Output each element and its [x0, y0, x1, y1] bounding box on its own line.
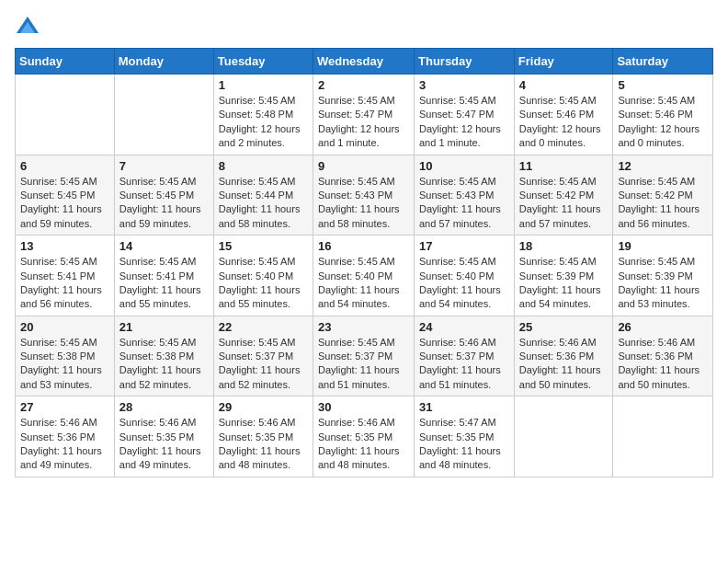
cell-content: Sunrise: 5:46 AM: [119, 416, 209, 430]
logo-icon: [15, 15, 40, 40]
cell-content: Sunrise: 5:45 AM: [219, 94, 308, 108]
calendar-cell: 14Sunrise: 5:45 AMSunset: 5:41 PMDayligh…: [114, 236, 213, 316]
day-header-wednesday: Wednesday: [313, 49, 414, 75]
cell-content: Sunrise: 5:45 AM: [318, 255, 409, 269]
cell-content: Daylight: 11 hours and 48 minutes.: [419, 444, 509, 473]
cell-content: Daylight: 11 hours and 59 minutes.: [20, 202, 109, 231]
calendar-cell: 29Sunrise: 5:46 AMSunset: 5:35 PMDayligh…: [213, 396, 313, 477]
calendar-cell: 21Sunrise: 5:45 AMSunset: 5:38 PMDayligh…: [114, 316, 213, 396]
cell-content: Sunrise: 5:45 AM: [20, 175, 109, 189]
calendar-cell: 6Sunrise: 5:45 AMSunset: 5:45 PMDaylight…: [16, 155, 115, 236]
cell-content: Sunrise: 5:46 AM: [219, 416, 308, 430]
cell-content: Sunset: 5:38 PM: [20, 350, 109, 363]
cell-content: Sunset: 5:36 PM: [20, 431, 109, 444]
cell-content: Sunrise: 5:46 AM: [618, 336, 708, 350]
day-number: 2: [318, 78, 409, 92]
calendar-table: SundayMondayTuesdayWednesdayThursdayFrid…: [15, 48, 713, 477]
cell-content: Daylight: 11 hours and 49 minutes.: [119, 444, 209, 473]
day-number: 8: [219, 159, 308, 173]
cell-content: Sunrise: 5:46 AM: [318, 416, 409, 430]
calendar-cell: [16, 75, 115, 155]
cell-content: Daylight: 12 hours and 0 minutes.: [618, 122, 708, 151]
cell-content: Sunrise: 5:46 AM: [20, 416, 109, 430]
cell-content: Sunrise: 5:46 AM: [419, 336, 509, 350]
day-number: 19: [618, 239, 708, 253]
cell-content: Sunrise: 5:45 AM: [519, 175, 609, 189]
cell-content: Sunset: 5:35 PM: [318, 431, 409, 444]
cell-content: Sunset: 5:48 PM: [219, 108, 308, 121]
cell-content: Daylight: 11 hours and 54 minutes.: [419, 283, 509, 312]
calendar-cell: 7Sunrise: 5:45 AMSunset: 5:45 PMDaylight…: [114, 155, 213, 236]
day-number: 10: [419, 159, 509, 173]
cell-content: Sunset: 5:43 PM: [318, 189, 409, 202]
cell-content: Sunrise: 5:45 AM: [119, 336, 209, 350]
cell-content: Sunset: 5:41 PM: [119, 270, 209, 283]
calendar-cell: 28Sunrise: 5:46 AMSunset: 5:35 PMDayligh…: [114, 396, 213, 477]
calendar-cell: 15Sunrise: 5:45 AMSunset: 5:40 PMDayligh…: [213, 236, 313, 316]
calendar-cell: 17Sunrise: 5:45 AMSunset: 5:40 PMDayligh…: [415, 236, 515, 316]
day-header-sunday: Sunday: [16, 49, 115, 75]
cell-content: Daylight: 11 hours and 57 minutes.: [419, 202, 509, 231]
cell-content: Sunset: 5:44 PM: [219, 189, 308, 202]
day-number: 11: [519, 159, 609, 173]
cell-content: Sunrise: 5:45 AM: [419, 94, 509, 108]
cell-content: Daylight: 11 hours and 51 minutes.: [318, 363, 409, 392]
cell-content: Sunrise: 5:45 AM: [219, 336, 308, 350]
cell-content: Daylight: 11 hours and 55 minutes.: [219, 283, 308, 312]
calendar-cell: 12Sunrise: 5:45 AMSunset: 5:42 PMDayligh…: [613, 155, 713, 236]
cell-content: Sunset: 5:40 PM: [318, 270, 409, 283]
day-number: 27: [20, 400, 109, 414]
cell-content: Sunrise: 5:45 AM: [519, 94, 609, 108]
cell-content: Sunrise: 5:45 AM: [618, 255, 708, 269]
cell-content: Daylight: 12 hours and 2 minutes.: [219, 122, 308, 151]
cell-content: Sunset: 5:35 PM: [219, 431, 308, 444]
day-number: 13: [20, 239, 109, 253]
cell-content: Sunrise: 5:45 AM: [318, 94, 409, 108]
calendar-cell: 26Sunrise: 5:46 AMSunset: 5:36 PMDayligh…: [613, 316, 713, 396]
calendar-cell: 8Sunrise: 5:45 AMSunset: 5:44 PMDaylight…: [213, 155, 313, 236]
cell-content: Daylight: 12 hours and 1 minute.: [318, 122, 409, 151]
day-header-saturday: Saturday: [613, 49, 713, 75]
day-number: 24: [419, 320, 509, 334]
day-number: 15: [219, 239, 308, 253]
day-number: 12: [618, 159, 708, 173]
cell-content: Sunrise: 5:45 AM: [618, 175, 708, 189]
cell-content: Sunset: 5:45 PM: [20, 189, 109, 202]
calendar-cell: 31Sunrise: 5:47 AMSunset: 5:35 PMDayligh…: [415, 396, 515, 477]
day-number: 30: [318, 400, 409, 414]
day-number: 25: [519, 320, 609, 334]
day-number: 26: [618, 320, 708, 334]
day-number: 1: [219, 78, 308, 92]
day-number: 18: [519, 239, 609, 253]
logo: [15, 15, 44, 40]
day-number: 20: [20, 320, 109, 334]
cell-content: Sunset: 5:36 PM: [519, 350, 609, 363]
calendar-cell: 1Sunrise: 5:45 AMSunset: 5:48 PMDaylight…: [213, 75, 313, 155]
cell-content: Sunset: 5:38 PM: [119, 350, 209, 363]
cell-content: Sunrise: 5:45 AM: [618, 94, 708, 108]
cell-content: Daylight: 11 hours and 57 minutes.: [519, 202, 609, 231]
calendar-cell: 9Sunrise: 5:45 AMSunset: 5:43 PMDaylight…: [313, 155, 414, 236]
cell-content: Daylight: 11 hours and 54 minutes.: [519, 283, 609, 312]
cell-content: Sunset: 5:46 PM: [618, 108, 708, 121]
cell-content: Daylight: 11 hours and 50 minutes.: [618, 363, 708, 392]
cell-content: Sunrise: 5:45 AM: [20, 255, 109, 269]
cell-content: Sunrise: 5:45 AM: [519, 255, 609, 269]
cell-content: Sunset: 5:47 PM: [419, 108, 509, 121]
cell-content: Daylight: 11 hours and 51 minutes.: [419, 363, 509, 392]
cell-content: Sunset: 5:41 PM: [20, 270, 109, 283]
cell-content: Daylight: 11 hours and 52 minutes.: [119, 363, 209, 392]
cell-content: Sunset: 5:40 PM: [219, 270, 308, 283]
calendar-cell: 23Sunrise: 5:45 AMSunset: 5:37 PMDayligh…: [313, 316, 414, 396]
cell-content: Daylight: 11 hours and 53 minutes.: [20, 363, 109, 392]
day-number: 3: [419, 78, 509, 92]
cell-content: Sunrise: 5:45 AM: [119, 255, 209, 269]
cell-content: Sunset: 5:37 PM: [419, 350, 509, 363]
cell-content: Sunset: 5:39 PM: [618, 270, 708, 283]
day-number: 16: [318, 239, 409, 253]
cell-content: Sunset: 5:42 PM: [519, 189, 609, 202]
calendar-week-2: 6Sunrise: 5:45 AMSunset: 5:45 PMDaylight…: [16, 155, 713, 236]
calendar-cell: 16Sunrise: 5:45 AMSunset: 5:40 PMDayligh…: [313, 236, 414, 316]
cell-content: Sunrise: 5:45 AM: [119, 175, 209, 189]
calendar-header-row: SundayMondayTuesdayWednesdayThursdayFrid…: [16, 49, 713, 75]
